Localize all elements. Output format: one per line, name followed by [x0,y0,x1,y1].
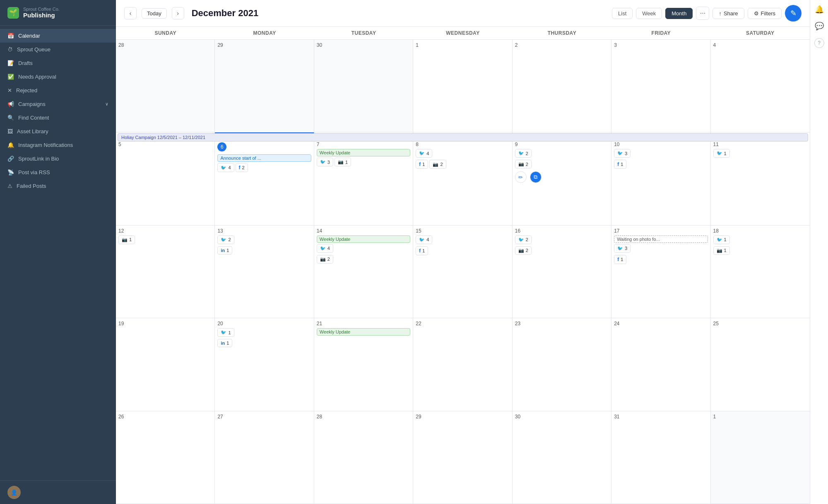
cell-dec19: 19 [116,318,215,410]
sidebar-item-asset-library[interactable]: 🖼 Asset Library [0,125,116,138]
brand-text: Sprout Coffee Co. Publishing [23,7,60,19]
instagram-badge-12[interactable]: 📷1 [118,235,135,244]
day-wednesday: Wednesday [413,27,512,39]
event-announce[interactable]: Announce start of ... [217,154,311,162]
day-monday: Monday [215,27,314,39]
sidebar-item-sprout-queue[interactable]: ⏱ Sprout Queue [0,43,116,56]
chevron-down-icon: ∨ [105,101,108,107]
compose-button[interactable]: ✎ [785,5,802,22]
linkedin-icon: in [221,248,225,253]
edit-action-icon[interactable]: ✏ [515,171,527,183]
twitter-badge-10[interactable]: 🐦3 [614,149,631,158]
share-button[interactable]: ↑ Share [712,8,744,19]
twitter-badge-20[interactable]: 🐦1 [217,328,234,337]
sidebar-item-rejected[interactable]: ✕ Rejected [0,84,116,97]
facebook-badge-15[interactable]: f1 [416,246,428,255]
header: ‹ Today › December 2021 List Week Month … [116,0,810,27]
today-date: 6 [217,142,226,151]
cell-dec12: 12 📷1 [116,226,215,318]
cell-dec8: 8 🐦4 f1 📷2 [413,132,512,225]
sidebar-item-sproutlink[interactable]: 🔗 SproutLink in Bio [0,152,116,166]
sidebar-item-drafts[interactable]: 📝 Drafts [0,56,116,70]
twitter-badge-9[interactable]: 🐦2 [515,149,532,158]
avatar[interactable]: 👤 [7,486,21,499]
copy-action-icon[interactable]: ⧉ [530,171,542,183]
share-icon: ↑ [719,10,722,17]
cell-dec20: 20 🐦1 in1 [215,318,314,410]
approval-icon: ✅ [7,74,14,80]
twitter-icon: 🐦 [221,330,226,335]
facebook-icon: f [239,165,241,170]
facebook-badge-10[interactable]: f1 [614,160,626,169]
sidebar-item-label: Campaigns [18,101,46,107]
twitter-badge-16[interactable]: 🐦2 [515,235,532,244]
twitter-icon: 🐦 [617,246,623,251]
twitter-badge-18[interactable]: 🐦1 [713,235,730,244]
twitter-icon: 🐦 [717,151,722,156]
cell-dec23: 23 [513,318,611,410]
twitter-badge-6[interactable]: 🐦4 [217,163,234,172]
sidebar-item-post-via-rss[interactable]: 📡 Post via RSS [0,166,116,179]
instagram-badge-9[interactable]: 📷2 [515,160,532,168]
sidebar-item-label: Sprout Queue [17,46,51,53]
twitter-badge-13[interactable]: 🐦2 [217,235,234,244]
instagram-badge-8[interactable]: 📷2 [429,160,446,169]
more-options-button[interactable]: ··· [696,7,709,20]
sidebar-item-find-content[interactable]: 🔍 Find Content [0,111,116,125]
month-view-button[interactable]: Month [665,8,693,19]
sidebar-item-needs-approval[interactable]: ✅ Needs Approval [0,70,116,84]
sidebar-item-label: Drafts [18,60,33,66]
chat-icon[interactable]: 💬 [815,22,824,31]
calendar-icon: 📅 [7,33,14,39]
header-right: List Week Month ··· ↑ Share ⚙ Filters ✎ [612,5,802,22]
filter-icon: ⚙ [754,10,759,17]
cell-dec3: 3 [611,40,710,132]
facebook-icon: f [419,248,421,254]
event-weekly-update-14[interactable]: Weekly Update [317,235,410,243]
sidebar-item-campaigns[interactable]: 📢 Campaigns ∨ [0,97,116,111]
instagram-badge-7[interactable]: 📷1 [335,158,351,166]
instagram-badge-18[interactable]: 📷1 [713,246,730,255]
instagram-badge-14[interactable]: 📷2 [317,255,333,264]
cell-dec5: 5 [116,132,215,225]
cell-nov29: 29 [215,40,314,132]
cell-dec10: 10 🐦3 f1 [611,132,710,225]
twitter-badge-11[interactable]: 🐦1 [713,149,730,158]
twitter-badge-7[interactable]: 🐦3 [317,158,333,166]
filters-button[interactable]: ⚙ Filters [748,8,782,19]
cell-dec25: 25 [711,318,810,410]
linkedin-badge-20[interactable]: in1 [217,339,232,347]
twitter-badge-17[interactable]: 🐦3 [614,244,631,253]
sidebar-item-calendar[interactable]: 📅 Calendar [0,29,116,43]
find-content-icon: 🔍 [7,115,14,121]
cell-dec24: 24 [611,318,710,410]
prev-button[interactable]: ‹ [124,7,137,19]
event-weekly-update-21[interactable]: Weekly Update [317,328,410,336]
instagram-badge-16[interactable]: 📷2 [515,246,532,255]
week-view-button[interactable]: Week [636,8,662,19]
facebook-badge-8[interactable]: f1 [416,160,428,169]
notifications-icon[interactable]: 🔔 [815,5,824,14]
event-weekly-update-7[interactable]: Weekly Update [317,149,410,156]
twitter-icon: 🐦 [617,151,623,156]
event-waiting-photo[interactable]: Waiting on photo fo... [614,235,708,243]
list-view-button[interactable]: List [612,8,633,19]
sidebar-item-label: Asset Library [17,128,48,134]
twitter-badge-15[interactable]: 🐦4 [416,235,432,244]
day-saturday: Saturday [711,27,810,39]
facebook-badge-6[interactable]: f2 [236,163,248,172]
facebook-icon: f [617,161,619,167]
sidebar-item-label: Needs Approval [18,74,56,80]
day-tuesday: Tuesday [314,27,413,39]
next-button[interactable]: › [172,7,184,19]
sidebar-item-failed-posts[interactable]: ⚠ Failed Posts [0,179,116,193]
facebook-badge-17[interactable]: f1 [614,255,626,264]
sidebar-item-instagram-notifications[interactable]: 🔔 Instagram Notifications [0,138,116,152]
cell-dec17: 17 Waiting on photo fo... 🐦3 f1 [611,226,710,318]
help-icon[interactable]: ? [814,38,824,48]
today-button[interactable]: Today [142,8,167,19]
twitter-badge-8[interactable]: 🐦4 [416,149,432,158]
linkedin-badge-13[interactable]: in1 [217,246,232,254]
twitter-badge-14[interactable]: 🐦4 [317,244,333,253]
instagram-notifications-icon: 🔔 [7,142,14,148]
